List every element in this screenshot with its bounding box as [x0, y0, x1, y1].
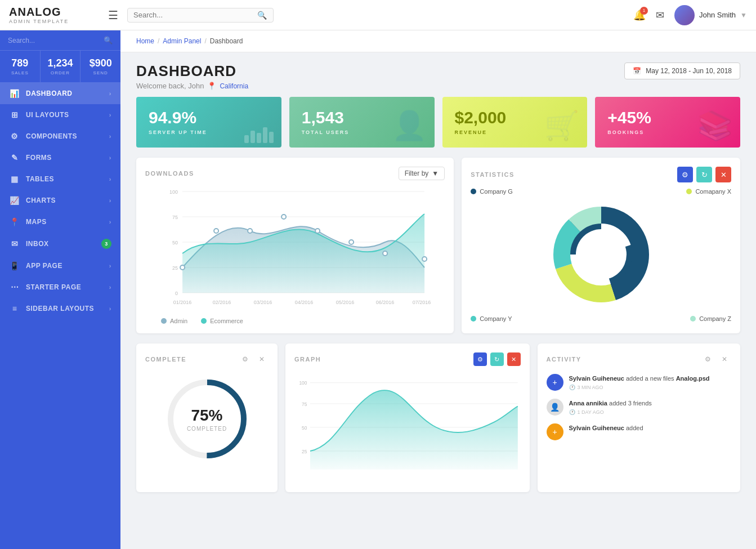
- top-search-bar[interactable]: 🔍: [127, 8, 274, 23]
- top-search-input[interactable]: [133, 11, 257, 19]
- complete-close-button[interactable]: ✕: [255, 352, 269, 366]
- date-range-label: May 12, 2018 - Jun 10, 2018: [646, 67, 732, 75]
- notification-badge: 1: [640, 7, 648, 15]
- stats-close-button[interactable]: ✕: [715, 167, 731, 182]
- sidebar-search-icon: 🔍: [104, 36, 113, 44]
- statistics-chart-actions: ⚙ ↻ ✕: [677, 167, 731, 182]
- sidebar-item-components[interactable]: ⚙COMPONENTS›: [0, 126, 120, 147]
- graph-gear-button[interactable]: ⚙: [473, 352, 487, 366]
- nav-arrow-ui-layouts: ›: [109, 111, 111, 118]
- date-range-button[interactable]: 📅 May 12, 2018 - Jun 10, 2018: [624, 63, 740, 79]
- sidebar-item-inbox[interactable]: ✉INBOX3: [0, 233, 120, 255]
- kpi-users-icon: 👤: [392, 109, 427, 142]
- company-g-label: Company G: [480, 188, 513, 195]
- activity-avatar-3: +: [547, 423, 563, 440]
- sidebar-stat-sales: 789SALES: [0, 51, 41, 82]
- stats-refresh-button[interactable]: ↻: [696, 167, 712, 182]
- user-name-label: John Smith: [699, 11, 736, 19]
- nav-badge-inbox: 3: [101, 239, 111, 249]
- graph-card: GRAPH ⚙ ↻ ✕: [285, 343, 530, 492]
- sidebar-item-tables[interactable]: ▦TABLES›: [0, 168, 120, 190]
- charts-row: DOWNLOADS Filter by ▼: [120, 158, 756, 343]
- statistics-donut: Company G Comapany X: [471, 188, 731, 322]
- activity-text-2: Anna annikia added 3 friends: [569, 399, 652, 408]
- breadcrumb-home[interactable]: Home: [136, 37, 154, 45]
- activity-close-button[interactable]: ✕: [718, 352, 731, 366]
- notifications-button[interactable]: 🔔 1: [633, 9, 646, 21]
- nav-label-maps: MAPS: [26, 218, 47, 226]
- sidebar-item-ui-layouts[interactable]: ⊞UI LAYOUTS›: [0, 104, 120, 126]
- nav-label-tables: TABLES: [26, 175, 54, 183]
- sidebar-search[interactable]: 🔍: [0, 30, 120, 51]
- activity-text-1: Sylvain Guiheneuc added a new files Anal…: [569, 374, 710, 383]
- legend-label-admin: Admin: [170, 318, 187, 324]
- top-navigation: ANALOG ADMIN TEMPLATE ☰ 🔍 🔔 1 ✉ John Smi…: [0, 0, 756, 30]
- sidebar-item-charts[interactable]: 📈CHARTS›: [0, 190, 120, 211]
- nav-icon-forms: ✎: [9, 153, 20, 162]
- nav-icon-inbox: ✉: [9, 239, 20, 248]
- svg-text:25: 25: [302, 449, 307, 454]
- donut-label-company-y: Company Y: [471, 315, 512, 322]
- complete-card: COMPLETE ⚙ ✕ 75% COMPLETED: [136, 343, 278, 492]
- sidebar-stats: 789SALES1,234ORDER$900SEND: [0, 51, 120, 83]
- svg-text:03/2016: 03/2016: [254, 300, 272, 305]
- nav-label-ui-layouts: UI LAYOUTS: [26, 111, 69, 119]
- nav-arrow-tables: ›: [109, 176, 111, 182]
- kpi-total-users: 1,543 TOTAL USERS 👤: [289, 97, 435, 148]
- sidebar-item-sidebar-layouts[interactable]: ≡SIDEBAR LAYOUTS›: [0, 298, 120, 319]
- sidebar-search-input[interactable]: [8, 37, 104, 44]
- nav-arrow-charts: ›: [109, 197, 111, 204]
- svg-point-29: [576, 229, 627, 280]
- sidebar-item-maps[interactable]: 📍MAPS›: [0, 211, 120, 233]
- filter-label: Filter by: [405, 169, 429, 177]
- nav-icon-components: ⚙: [9, 132, 20, 141]
- nav-arrow-starter-page: ›: [109, 284, 111, 291]
- logo-title: ANALOG: [9, 6, 99, 19]
- svg-point-17: [422, 257, 427, 261]
- activity-card: ACTIVITY ⚙ ✕ + Sylvain Guiheneuc added a…: [538, 343, 741, 492]
- user-menu[interactable]: John Smith ▼: [674, 5, 747, 25]
- activity-content-1: Sylvain Guiheneuc added a new files Anal…: [569, 374, 710, 391]
- graph-actions: ⚙ ↻ ✕: [473, 352, 521, 366]
- hamburger-icon[interactable]: ☰: [108, 8, 118, 22]
- kpi-bookings-icon: 📚: [697, 109, 732, 142]
- breadcrumb-admin-panel[interactable]: Admin Panel: [163, 37, 201, 45]
- donut-labels-top: Company G Comapany X: [471, 188, 731, 195]
- activity-time-1: 🕐 3 MIN AGO: [569, 385, 710, 390]
- breadcrumb: Home / Admin Panel / Dashboard: [120, 30, 756, 52]
- nav-label-forms: FORMS: [26, 154, 52, 162]
- graph-header: GRAPH ⚙ ↻ ✕: [294, 352, 521, 366]
- stats-gear-button[interactable]: ⚙: [677, 167, 693, 182]
- dot-company-y: [471, 316, 476, 322]
- dot-company-g: [471, 189, 476, 194]
- downloads-legend: Admin Ecommerce: [145, 318, 445, 324]
- messages-button[interactable]: ✉: [656, 9, 664, 21]
- nav-right: 🔔 1 ✉ John Smith ▼: [633, 5, 747, 25]
- subtitle-text: Welcome back, John: [136, 82, 204, 90]
- downloads-filter-button[interactable]: Filter by ▼: [399, 167, 445, 180]
- activity-gear-button[interactable]: ⚙: [701, 352, 714, 366]
- nav-arrow-components: ›: [109, 133, 111, 140]
- nav-icon-sidebar-layouts: ≡: [9, 304, 20, 313]
- svg-text:100: 100: [299, 380, 307, 386]
- sidebar-item-forms[interactable]: ✎FORMS›: [0, 147, 120, 168]
- downloads-chart-title: DOWNLOADS: [145, 170, 194, 177]
- clock-icon-2: 🕐: [569, 409, 575, 415]
- graph-close-button[interactable]: ✕: [507, 352, 521, 366]
- graph-refresh-button[interactable]: ↻: [490, 352, 504, 366]
- location-pin-icon: 📍: [207, 82, 216, 90]
- activity-user-1: Sylvain Guiheneuc: [569, 375, 624, 382]
- graph-title: GRAPH: [294, 356, 321, 363]
- nav-icon-app-page: 📱: [9, 261, 20, 270]
- nav-icon-tables: ▦: [9, 175, 20, 184]
- complete-gear-button[interactable]: ⚙: [238, 352, 252, 366]
- sidebar-item-dashboard[interactable]: 📊DASHBOARD›: [0, 83, 120, 104]
- nav-label-app-page: APP PAGE: [26, 262, 62, 270]
- sidebar-item-app-page[interactable]: 📱APP PAGE›: [0, 255, 120, 276]
- page-subtitle: Welcome back, John 📍 California: [136, 82, 248, 90]
- activity-user-3: Sylvain Guiheneuc: [569, 425, 624, 431]
- user-avatar: [674, 5, 695, 25]
- sidebar-item-starter-page[interactable]: ⋯STARTER PAGE›: [0, 276, 120, 298]
- kpi-row: 94.9% SERVER UP TIME 1,543 TOTAL USERS 👤…: [120, 97, 756, 158]
- nav-label-charts: CHARTS: [26, 197, 56, 204]
